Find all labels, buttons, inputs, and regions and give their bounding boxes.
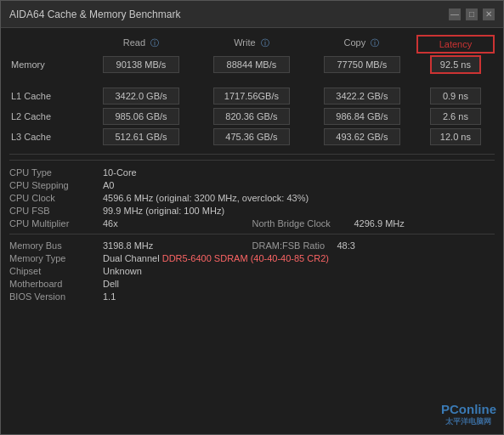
table-row: L3 Cache512.61 GB/s475.36 GB/s493.62 GB/… bbox=[9, 127, 494, 147]
copy-info-icon[interactable]: ⓘ bbox=[371, 38, 379, 48]
copy-value: 986.84 GB/s bbox=[307, 106, 417, 127]
memory-type-prefix: Dual Channel bbox=[103, 253, 162, 263]
cpu-multiplier-row: CPU Multiplier 46x North Bridge Clock 42… bbox=[9, 217, 495, 229]
motherboard-label: Motherboard bbox=[9, 279, 103, 289]
motherboard-row: Motherboard Dell bbox=[9, 277, 495, 290]
col-header-latency: Latency bbox=[417, 36, 494, 53]
write-value: 820.36 GB/s bbox=[196, 106, 307, 127]
memory-bus-value: 3198.8 MHz bbox=[103, 240, 252, 251]
col-header-label bbox=[9, 36, 86, 53]
memory-type-row: Memory Type Dual Channel DDR5-6400 SDRAM… bbox=[9, 251, 495, 264]
cpu-multiplier-label: CPU Multiplier bbox=[9, 218, 103, 229]
north-bridge-value: 4296.9 MHz bbox=[354, 218, 496, 229]
cpu-multiplier-value: 46x bbox=[103, 218, 252, 229]
window-controls: — □ ✕ bbox=[449, 8, 495, 20]
maximize-button[interactable]: □ bbox=[466, 8, 478, 20]
chipset-row: Chipset Unknown bbox=[9, 264, 495, 277]
row-label: L3 Cache bbox=[9, 127, 86, 147]
title-bar: AIDA64 Cache & Memory Benchmark — □ ✕ bbox=[1, 1, 503, 28]
north-bridge-pair: North Bridge Clock 4296.9 MHz bbox=[252, 218, 496, 229]
info-section: CPU Type 10-Core CPU Stepping A0 CPU Clo… bbox=[9, 160, 495, 302]
row-label: Memory bbox=[9, 53, 86, 76]
read-value: 512.61 GB/s bbox=[86, 127, 196, 147]
motherboard-value: Dell bbox=[103, 279, 495, 289]
minimize-button[interactable]: — bbox=[449, 8, 461, 20]
bios-value: 1.1 bbox=[103, 291, 495, 302]
col-header-write: Write ⓘ bbox=[196, 36, 307, 53]
table-row: L2 Cache985.06 GB/s820.36 GB/s986.84 GB/… bbox=[9, 106, 494, 127]
write-value: 1717.56GB/s bbox=[196, 86, 307, 106]
read-value: 985.06 GB/s bbox=[86, 106, 196, 127]
cpu-stepping-value: A0 bbox=[103, 180, 495, 190]
dram-fsb-value: 48:3 bbox=[337, 240, 496, 251]
chipset-value: Unknown bbox=[103, 266, 495, 276]
memory-type-value: Dual Channel DDR5-6400 SDRAM (40-40-40-8… bbox=[103, 253, 495, 263]
dram-fsb-label: DRAM:FSB Ratio bbox=[252, 240, 337, 251]
write-value: 475.36 GB/s bbox=[196, 127, 307, 147]
brand-name: PConline bbox=[441, 402, 496, 416]
col-header-copy: Copy ⓘ bbox=[307, 36, 417, 53]
read-info-icon[interactable]: ⓘ bbox=[150, 38, 159, 48]
memory-type-label: Memory Type bbox=[9, 253, 103, 263]
table-row: Memory90138 MB/s88844 MB/s77750 MB/s92.5… bbox=[9, 53, 494, 76]
cpu-fsb-row: CPU FSB 99.9 MHz (original: 100 MHz) bbox=[9, 204, 495, 217]
copy-value: 77750 MB/s bbox=[307, 53, 417, 76]
write-info-icon[interactable]: ⓘ bbox=[261, 38, 269, 48]
cpu-type-label: CPU Type bbox=[9, 167, 103, 178]
latency-value: 2.6 ns bbox=[417, 106, 494, 127]
cpu-clock-row: CPU Clock 4596.6 MHz (original: 3200 MHz… bbox=[9, 191, 495, 204]
latency-value: 92.5 ns bbox=[417, 53, 494, 76]
write-value: 88844 MB/s bbox=[196, 53, 307, 76]
divider-2 bbox=[9, 234, 495, 234]
chipset-label: Chipset bbox=[9, 266, 103, 276]
north-bridge-label: North Bridge Clock bbox=[252, 218, 354, 229]
cpu-clock-label: CPU Clock bbox=[9, 193, 103, 203]
main-content: Read ⓘ Write ⓘ Copy ⓘ Latency bbox=[1, 28, 503, 309]
cpu-stepping-label: CPU Stepping bbox=[9, 180, 103, 190]
divider-1 bbox=[9, 154, 495, 155]
copy-value: 493.62 GB/s bbox=[307, 127, 417, 147]
table-row: L1 Cache3422.0 GB/s1717.56GB/s3422.2 GB/… bbox=[9, 86, 494, 106]
memory-bus-label: Memory Bus bbox=[9, 240, 103, 251]
memory-type-highlight: DDR5-6400 SDRAM (40-40-40-85 CR2) bbox=[162, 253, 329, 263]
bios-label: BIOS Version bbox=[9, 291, 103, 302]
window-title: AIDA64 Cache & Memory Benchmark bbox=[9, 8, 180, 20]
memory-bus-row: Memory Bus 3198.8 MHz DRAM:FSB Ratio 48:… bbox=[9, 239, 495, 251]
content-wrapper: Read ⓘ Write ⓘ Copy ⓘ Latency bbox=[1, 28, 503, 434]
latency-value: 12.0 ns bbox=[417, 127, 494, 147]
benchmark-table: Read ⓘ Write ⓘ Copy ⓘ Latency bbox=[9, 35, 495, 147]
cpu-type-row: CPU Type 10-Core bbox=[9, 166, 495, 178]
watermark: PConline 太平洋电脑网 bbox=[441, 402, 496, 427]
cpu-clock-value: 4596.6 MHz (original: 3200 MHz, overcloc… bbox=[103, 193, 495, 203]
col-header-read: Read ⓘ bbox=[86, 36, 196, 53]
row-label: L1 Cache bbox=[9, 86, 86, 106]
row-label: L2 Cache bbox=[9, 106, 86, 127]
cpu-stepping-row: CPU Stepping A0 bbox=[9, 178, 495, 191]
read-value: 3422.0 GB/s bbox=[86, 86, 196, 106]
dram-fsb-pair: DRAM:FSB Ratio 48:3 bbox=[252, 240, 496, 251]
main-window: AIDA64 Cache & Memory Benchmark — □ ✕ Re… bbox=[0, 0, 504, 435]
read-value: 90138 MB/s bbox=[86, 53, 196, 76]
cpu-fsb-value: 99.9 MHz (original: 100 MHz) bbox=[103, 206, 495, 216]
memory-bus-pair: Memory Bus 3198.8 MHz bbox=[9, 240, 252, 251]
bios-row: BIOS Version 1.1 bbox=[9, 290, 495, 302]
latency-value: 0.9 ns bbox=[417, 86, 494, 106]
copy-value: 3422.2 GB/s bbox=[307, 86, 417, 106]
cpu-fsb-label: CPU FSB bbox=[9, 206, 103, 216]
brand-sub: 太平洋电脑网 bbox=[441, 416, 496, 427]
close-button[interactable]: ✕ bbox=[483, 8, 495, 20]
cpu-type-value: 10-Core bbox=[103, 167, 495, 178]
cpu-multiplier-pair: CPU Multiplier 46x bbox=[9, 218, 252, 229]
